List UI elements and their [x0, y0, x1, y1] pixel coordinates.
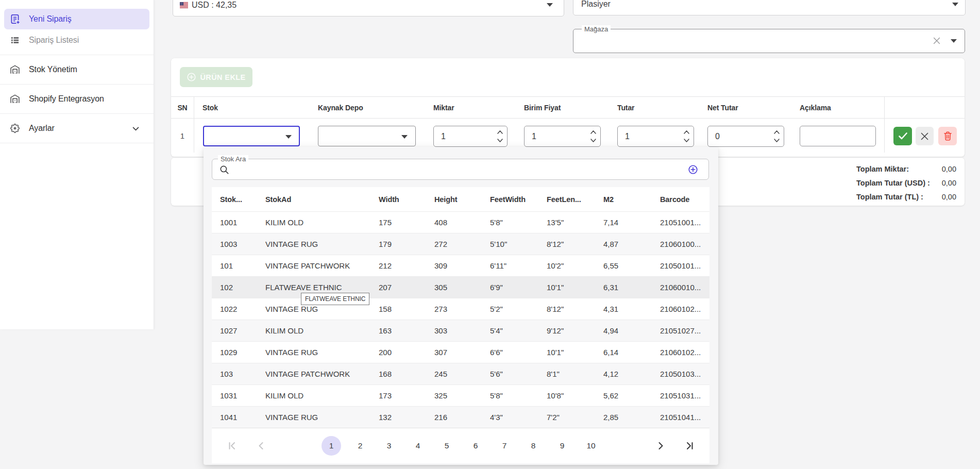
stock-cell: KILIM OLD — [257, 326, 370, 335]
page-number-button[interactable]: 9 — [552, 436, 572, 456]
stock-table-row[interactable]: 1027KILIM OLD1633035'4"9'12"4,9421051027… — [212, 320, 709, 341]
stock-cell: FLATWEAVE ETHNIC — [257, 283, 370, 292]
net-tutar-stepper — [707, 126, 784, 147]
sidebar-item-label: Stok Yönetim — [29, 65, 77, 74]
stock-cell: 5'10" — [482, 240, 538, 248]
dropdown-caret-icon[interactable] — [951, 39, 957, 43]
stock-table-row[interactable]: 1003VINTAGE RUG1792725'10"8'12"4,8721060… — [212, 233, 709, 255]
page-number-button[interactable]: 3 — [379, 436, 399, 456]
page-number-button[interactable]: 4 — [408, 436, 428, 456]
stock-cell: 21051027... — [652, 326, 709, 335]
sidebar-item-label: Sipariş Listesi — [29, 36, 79, 45]
birim-fiyat-input[interactable] — [525, 126, 600, 146]
stock-cell: 7,14 — [595, 218, 652, 227]
stock-table-row[interactable]: 1001KILIM OLD1754085'8"13'5"7,1421051001… — [212, 211, 709, 233]
page-number-button[interactable]: 1 — [322, 436, 341, 456]
stock-cell: 5'8" — [482, 391, 538, 400]
next-page-icon[interactable] — [654, 440, 667, 452]
stock-cell: 8'12" — [538, 240, 595, 248]
stock-cell: 1029 — [212, 348, 257, 357]
row-sn: 1 — [171, 119, 194, 153]
stock-cell: 179 — [370, 240, 426, 248]
warehouse-icon — [9, 64, 21, 75]
stock-table-row[interactable]: 1022VINTAGE RUG1582735'2"8'12"4,31210601… — [212, 298, 709, 320]
paginator: 12345678910 — [212, 428, 709, 463]
previous-page-icon[interactable] — [255, 440, 267, 452]
stock-cell: 6'6" — [482, 348, 538, 357]
kaynak-depo-select[interactable] — [318, 126, 416, 146]
page-number-button[interactable]: 7 — [495, 436, 514, 456]
sidebar-divider — [0, 84, 154, 85]
stock-column-feetwidth: FeetWidth — [482, 195, 538, 204]
stock-cell: 4,12 — [595, 370, 652, 378]
stock-cell: 6'9" — [482, 283, 538, 292]
gear-icon — [9, 123, 21, 134]
first-page-icon[interactable] — [226, 440, 239, 452]
stock-cell: 21060102... — [652, 305, 709, 313]
stock-column-height: Height — [426, 195, 482, 204]
page-number-button[interactable]: 2 — [350, 436, 370, 456]
stock-cell: 303 — [426, 326, 482, 335]
spinner-buttons[interactable] — [774, 126, 780, 146]
stock-table-row[interactable]: 1029VINTAGE RUG2003076'6"10'1"6,14210601… — [212, 341, 709, 363]
stock-table-row[interactable]: 102FLATWEAVE ETHNIC2073056'9"10'1"6,3121… — [212, 276, 709, 298]
aciklama-cell — [791, 119, 884, 153]
magaza-input[interactable] — [581, 32, 941, 49]
plasiyer-select[interactable]: Plasiyer — [573, 0, 966, 15]
spinner-buttons[interactable] — [684, 126, 690, 146]
spinner-buttons[interactable] — [590, 126, 597, 146]
stock-cell: 21050101... — [652, 261, 709, 270]
clear-icon[interactable] — [932, 36, 942, 46]
birim-fiyat-stepper — [524, 126, 601, 147]
column-header-actions — [884, 97, 965, 118]
stock-table-row[interactable]: 101VINTAGE PATCHWORK2123096'11"10'2"6,55… — [212, 255, 709, 276]
stock-search-field: Stok Ara — [212, 159, 709, 180]
page-number-button[interactable]: 8 — [523, 436, 543, 456]
stock-search-input[interactable] — [234, 160, 687, 179]
aciklama-input[interactable] — [800, 126, 875, 146]
magaza-field[interactable]: Mağaza — [573, 29, 965, 53]
total-miktar-line: Toplam Miktar: 0,00 — [856, 162, 956, 176]
aciklama-field — [800, 126, 876, 146]
column-header-sn: SN — [171, 97, 194, 118]
sidebar-item-shopify-entegrasyon[interactable]: Shopify Entegrasyon — [4, 89, 149, 109]
sidebar-item-ayarlar[interactable]: Ayarlar — [4, 118, 149, 139]
miktar-input[interactable] — [434, 126, 507, 146]
stok-select[interactable] — [203, 126, 300, 146]
confirm-row-button[interactable] — [893, 127, 912, 145]
page-number-button[interactable]: 6 — [466, 436, 485, 456]
stock-table-row[interactable]: 1031KILIM OLD1733255'8"10'8"5,6221051031… — [212, 384, 709, 406]
delete-row-button[interactable] — [938, 127, 957, 145]
stock-table-row[interactable]: 103VINTAGE PATCHWORK1682455'6"8'1"4,1221… — [212, 363, 709, 384]
stock-cell: 13'5" — [538, 218, 595, 227]
stock-cell: KILIM OLD — [257, 391, 370, 400]
stock-cell: 102 — [212, 283, 257, 292]
stock-cell: 1041 — [212, 413, 257, 422]
sidebar-item-yeni-siparis[interactable]: Yeni Sipariş — [4, 9, 149, 29]
sidebar-item-siparis-listesi[interactable]: Sipariş Listesi — [4, 30, 149, 51]
plasiyer-value: Plasiyer — [581, 0, 611, 9]
stock-cell: 21051031... — [652, 391, 709, 400]
stock-cell: 21051001... — [652, 218, 709, 227]
net-tutar-input[interactable] — [708, 126, 784, 146]
tutar-input[interactable] — [618, 126, 694, 146]
column-header-kaynak-depo: Kaynak Depo — [310, 97, 425, 118]
spinner-buttons[interactable] — [497, 126, 503, 146]
stock-cell: VINTAGE RUG — [257, 240, 370, 248]
last-page-icon[interactable] — [683, 440, 696, 452]
stock-table-row[interactable]: 1041VINTAGE RUG1322164'3"7'2"2,852105104… — [212, 406, 709, 428]
currency-select[interactable]: USD : 42,35 — [173, 0, 564, 16]
page-number-button[interactable]: 10 — [581, 436, 601, 456]
page-number-button[interactable]: 5 — [437, 436, 457, 456]
dropdown-caret-icon — [952, 3, 958, 6]
sidebar-item-stok-yonetim[interactable]: Stok Yönetim — [4, 59, 149, 80]
stock-cell: 168 — [370, 370, 426, 378]
total-value: 0,00 — [923, 193, 956, 201]
stock-cell: VINTAGE RUG — [257, 305, 370, 313]
stock-column-barcode: Barcode — [652, 195, 709, 204]
cancel-row-button[interactable] — [916, 127, 934, 145]
add-product-button[interactable]: ÜRÜN EKLE — [180, 67, 252, 87]
stock-cell: 21060100... — [652, 240, 709, 248]
column-header-birim-fiyat: Birim Fiyat — [516, 97, 609, 118]
add-stock-icon[interactable] — [688, 164, 698, 175]
